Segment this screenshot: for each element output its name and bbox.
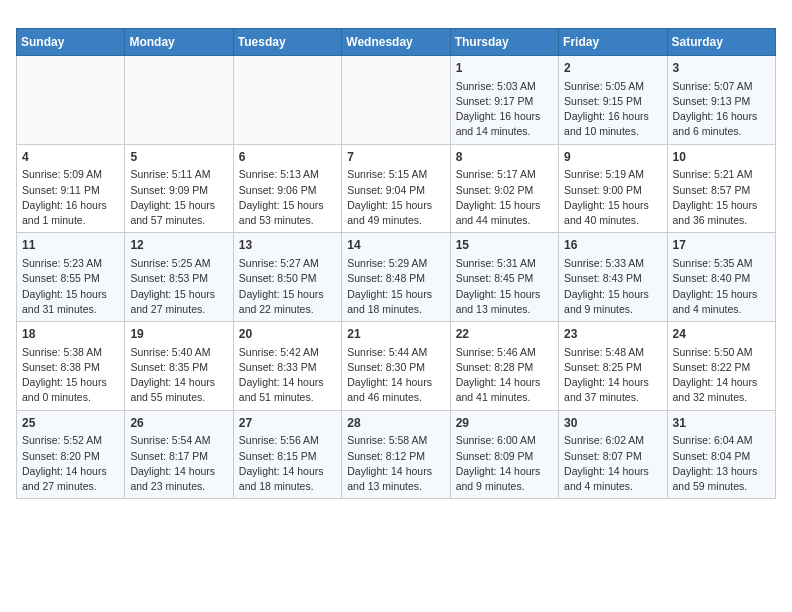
day-number: 16 (564, 237, 661, 254)
day-number: 13 (239, 237, 336, 254)
calendar-cell (17, 56, 125, 145)
weekday-header-thursday: Thursday (450, 29, 558, 56)
day-number: 17 (673, 237, 770, 254)
calendar-cell: 22Sunrise: 5:46 AMSunset: 8:28 PMDayligh… (450, 322, 558, 411)
calendar-cell (125, 56, 233, 145)
calendar-cell: 9Sunrise: 5:19 AMSunset: 9:00 PMDaylight… (559, 144, 667, 233)
day-info: Sunrise: 5:03 AMSunset: 9:17 PMDaylight:… (456, 79, 553, 140)
day-info: Sunrise: 5:13 AMSunset: 9:06 PMDaylight:… (239, 167, 336, 228)
day-number: 10 (673, 149, 770, 166)
day-info: Sunrise: 5:27 AMSunset: 8:50 PMDaylight:… (239, 256, 336, 317)
day-info: Sunrise: 5:15 AMSunset: 9:04 PMDaylight:… (347, 167, 444, 228)
day-info: Sunrise: 5:42 AMSunset: 8:33 PMDaylight:… (239, 345, 336, 406)
calendar-cell: 5Sunrise: 5:11 AMSunset: 9:09 PMDaylight… (125, 144, 233, 233)
calendar-cell: 29Sunrise: 6:00 AMSunset: 8:09 PMDayligh… (450, 410, 558, 499)
calendar-cell: 19Sunrise: 5:40 AMSunset: 8:35 PMDayligh… (125, 322, 233, 411)
calendar-cell (233, 56, 341, 145)
day-number: 23 (564, 326, 661, 343)
day-number: 1 (456, 60, 553, 77)
weekday-header-saturday: Saturday (667, 29, 775, 56)
day-info: Sunrise: 5:50 AMSunset: 8:22 PMDaylight:… (673, 345, 770, 406)
day-number: 28 (347, 415, 444, 432)
day-info: Sunrise: 6:04 AMSunset: 8:04 PMDaylight:… (673, 433, 770, 494)
calendar-cell: 23Sunrise: 5:48 AMSunset: 8:25 PMDayligh… (559, 322, 667, 411)
day-info: Sunrise: 5:23 AMSunset: 8:55 PMDaylight:… (22, 256, 119, 317)
calendar-cell: 14Sunrise: 5:29 AMSunset: 8:48 PMDayligh… (342, 233, 450, 322)
calendar-cell: 6Sunrise: 5:13 AMSunset: 9:06 PMDaylight… (233, 144, 341, 233)
day-info: Sunrise: 6:02 AMSunset: 8:07 PMDaylight:… (564, 433, 661, 494)
calendar-cell (342, 56, 450, 145)
calendar-week-row: 25Sunrise: 5:52 AMSunset: 8:20 PMDayligh… (17, 410, 776, 499)
day-number: 5 (130, 149, 227, 166)
calendar-cell: 21Sunrise: 5:44 AMSunset: 8:30 PMDayligh… (342, 322, 450, 411)
day-number: 26 (130, 415, 227, 432)
calendar-cell: 27Sunrise: 5:56 AMSunset: 8:15 PMDayligh… (233, 410, 341, 499)
calendar-cell: 20Sunrise: 5:42 AMSunset: 8:33 PMDayligh… (233, 322, 341, 411)
calendar-table: SundayMondayTuesdayWednesdayThursdayFrid… (16, 28, 776, 499)
calendar-cell: 4Sunrise: 5:09 AMSunset: 9:11 PMDaylight… (17, 144, 125, 233)
day-info: Sunrise: 5:21 AMSunset: 8:57 PMDaylight:… (673, 167, 770, 228)
day-info: Sunrise: 5:29 AMSunset: 8:48 PMDaylight:… (347, 256, 444, 317)
calendar-cell: 11Sunrise: 5:23 AMSunset: 8:55 PMDayligh… (17, 233, 125, 322)
day-info: Sunrise: 5:44 AMSunset: 8:30 PMDaylight:… (347, 345, 444, 406)
calendar-cell: 25Sunrise: 5:52 AMSunset: 8:20 PMDayligh… (17, 410, 125, 499)
day-info: Sunrise: 5:35 AMSunset: 8:40 PMDaylight:… (673, 256, 770, 317)
day-number: 9 (564, 149, 661, 166)
day-info: Sunrise: 5:46 AMSunset: 8:28 PMDaylight:… (456, 345, 553, 406)
calendar-cell: 18Sunrise: 5:38 AMSunset: 8:38 PMDayligh… (17, 322, 125, 411)
day-info: Sunrise: 5:11 AMSunset: 9:09 PMDaylight:… (130, 167, 227, 228)
day-number: 4 (22, 149, 119, 166)
calendar-cell: 26Sunrise: 5:54 AMSunset: 8:17 PMDayligh… (125, 410, 233, 499)
day-info: Sunrise: 5:09 AMSunset: 9:11 PMDaylight:… (22, 167, 119, 228)
day-number: 27 (239, 415, 336, 432)
day-info: Sunrise: 5:56 AMSunset: 8:15 PMDaylight:… (239, 433, 336, 494)
weekday-header-wednesday: Wednesday (342, 29, 450, 56)
day-number: 11 (22, 237, 119, 254)
calendar-cell: 16Sunrise: 5:33 AMSunset: 8:43 PMDayligh… (559, 233, 667, 322)
day-number: 15 (456, 237, 553, 254)
calendar-cell: 10Sunrise: 5:21 AMSunset: 8:57 PMDayligh… (667, 144, 775, 233)
day-info: Sunrise: 5:40 AMSunset: 8:35 PMDaylight:… (130, 345, 227, 406)
calendar-cell: 24Sunrise: 5:50 AMSunset: 8:22 PMDayligh… (667, 322, 775, 411)
calendar-cell: 17Sunrise: 5:35 AMSunset: 8:40 PMDayligh… (667, 233, 775, 322)
calendar-week-row: 4Sunrise: 5:09 AMSunset: 9:11 PMDaylight… (17, 144, 776, 233)
day-number: 8 (456, 149, 553, 166)
calendar-cell: 8Sunrise: 5:17 AMSunset: 9:02 PMDaylight… (450, 144, 558, 233)
calendar-cell: 31Sunrise: 6:04 AMSunset: 8:04 PMDayligh… (667, 410, 775, 499)
day-info: Sunrise: 5:17 AMSunset: 9:02 PMDaylight:… (456, 167, 553, 228)
calendar-cell: 15Sunrise: 5:31 AMSunset: 8:45 PMDayligh… (450, 233, 558, 322)
calendar-cell: 28Sunrise: 5:58 AMSunset: 8:12 PMDayligh… (342, 410, 450, 499)
day-number: 19 (130, 326, 227, 343)
weekday-header-row: SundayMondayTuesdayWednesdayThursdayFrid… (17, 29, 776, 56)
day-number: 25 (22, 415, 119, 432)
calendar-cell: 7Sunrise: 5:15 AMSunset: 9:04 PMDaylight… (342, 144, 450, 233)
day-info: Sunrise: 5:54 AMSunset: 8:17 PMDaylight:… (130, 433, 227, 494)
day-info: Sunrise: 5:38 AMSunset: 8:38 PMDaylight:… (22, 345, 119, 406)
day-number: 7 (347, 149, 444, 166)
day-number: 22 (456, 326, 553, 343)
day-number: 3 (673, 60, 770, 77)
calendar-week-row: 18Sunrise: 5:38 AMSunset: 8:38 PMDayligh… (17, 322, 776, 411)
calendar-cell: 2Sunrise: 5:05 AMSunset: 9:15 PMDaylight… (559, 56, 667, 145)
day-number: 24 (673, 326, 770, 343)
day-number: 14 (347, 237, 444, 254)
day-number: 18 (22, 326, 119, 343)
calendar-cell: 13Sunrise: 5:27 AMSunset: 8:50 PMDayligh… (233, 233, 341, 322)
day-info: Sunrise: 5:07 AMSunset: 9:13 PMDaylight:… (673, 79, 770, 140)
day-number: 12 (130, 237, 227, 254)
day-info: Sunrise: 5:19 AMSunset: 9:00 PMDaylight:… (564, 167, 661, 228)
day-info: Sunrise: 5:33 AMSunset: 8:43 PMDaylight:… (564, 256, 661, 317)
weekday-header-monday: Monday (125, 29, 233, 56)
day-info: Sunrise: 5:58 AMSunset: 8:12 PMDaylight:… (347, 433, 444, 494)
day-number: 6 (239, 149, 336, 166)
weekday-header-sunday: Sunday (17, 29, 125, 56)
day-number: 2 (564, 60, 661, 77)
calendar-cell: 12Sunrise: 5:25 AMSunset: 8:53 PMDayligh… (125, 233, 233, 322)
weekday-header-tuesday: Tuesday (233, 29, 341, 56)
day-info: Sunrise: 5:05 AMSunset: 9:15 PMDaylight:… (564, 79, 661, 140)
day-info: Sunrise: 5:31 AMSunset: 8:45 PMDaylight:… (456, 256, 553, 317)
calendar-cell: 3Sunrise: 5:07 AMSunset: 9:13 PMDaylight… (667, 56, 775, 145)
day-number: 20 (239, 326, 336, 343)
day-number: 30 (564, 415, 661, 432)
calendar-cell: 30Sunrise: 6:02 AMSunset: 8:07 PMDayligh… (559, 410, 667, 499)
